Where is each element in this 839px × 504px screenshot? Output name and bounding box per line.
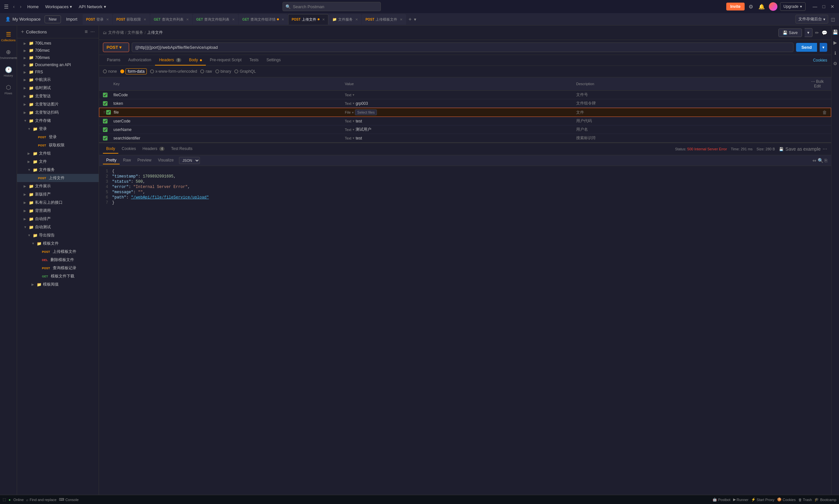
collection-fileshow[interactable]: ▶ 📁 文件展示 — [17, 182, 99, 190]
cookies-status-button[interactable]: 🍪 Cookies — [777, 498, 796, 502]
folder-templateval[interactable]: ▶ 📁 模板阅值 — [17, 280, 99, 289]
bootcamp-button[interactable]: 🎓 Bootcamp — [815, 498, 836, 502]
panel-more-button[interactable]: ··· — [90, 28, 95, 35]
save-dropdown-button[interactable]: ▾ — [805, 28, 812, 37]
sidebar-item-history[interactable]: 🕐 History — [1, 64, 16, 80]
folder-login[interactable]: ▼ 📁 登录 — [17, 125, 99, 133]
collection-private[interactable]: ▶ 📁 私有云上的接口 — [17, 198, 99, 206]
method-selector[interactable]: POST ▾ — [103, 42, 129, 52]
resp-tab-testresults[interactable]: Test Results — [168, 144, 196, 154]
forward-button[interactable]: › — [18, 3, 23, 11]
resp-tab-headers[interactable]: Headers 4 — [139, 144, 168, 154]
folder-exportreport[interactable]: ▼ 📁 导出报告 — [17, 231, 99, 239]
collection-documenting[interactable]: ▶ 📁 Documenting an API — [17, 61, 99, 69]
import-button[interactable]: Import — [62, 16, 81, 23]
tab-0[interactable]: POST 登录 ✕ — [83, 14, 112, 24]
breadcrumb-part-1[interactable]: 文件存储 — [108, 30, 124, 35]
trash-button[interactable]: 🗑 Trash — [798, 498, 812, 502]
save-button[interactable]: 💾 Save — [779, 29, 802, 37]
row3-checkbox[interactable] — [106, 110, 111, 114]
close-button[interactable]: ✕ — [828, 3, 836, 10]
tab-close-icon[interactable]: ✕ — [232, 18, 235, 21]
right-panel-info-icon[interactable]: ℹ — [833, 49, 837, 57]
file-backend-selector[interactable]: 文件存储后台 ▾ — [796, 15, 828, 23]
request-download-template[interactable]: GET 模板文件下载 — [17, 272, 99, 280]
runner-button[interactable]: ▶ Runner — [733, 498, 749, 502]
right-panel-send-icon[interactable]: ▶ — [832, 39, 838, 47]
row6-checkbox[interactable] — [103, 136, 107, 141]
response-more-button[interactable]: ⋯ — [823, 146, 827, 151]
back-button[interactable]: ‹ — [11, 3, 17, 11]
folder-fileservice[interactable]: ▼ 📁 文件服务 — [17, 166, 99, 174]
request-getperm[interactable]: POST 获取权限 — [17, 141, 99, 149]
tab-settings[interactable]: Settings — [263, 55, 284, 66]
console-button[interactable]: ⌨ Console — [59, 498, 78, 502]
right-panel-save-icon[interactable]: 💾 — [831, 28, 839, 36]
tab-5-active[interactable]: POST 上传文件 ✕ — [288, 14, 328, 24]
row1-checkbox[interactable] — [103, 93, 107, 97]
bulk-edit-button[interactable]: ⋯ Bulk Edit — [807, 79, 827, 88]
row4-checkbox[interactable] — [103, 119, 107, 124]
add-tab-button[interactable]: + — [406, 16, 413, 22]
save-example-button[interactable]: Save as example — [786, 146, 821, 151]
drag-handle[interactable]: ⠿ — [103, 111, 106, 114]
request-upload-active[interactable]: POST 上传文件 — [17, 174, 99, 182]
collection-zhonghang[interactable]: ▶ 📁 中航演示 — [17, 76, 99, 84]
sidebar-item-collections[interactable]: ☰ Collections — [1, 28, 16, 44]
delete-row-button[interactable]: 🗑 — [822, 110, 827, 115]
url-input[interactable] — [132, 42, 793, 52]
collection-706mws[interactable]: ▶ 📁 706mws — [17, 54, 99, 61]
edit-icon[interactable]: ✏ — [815, 30, 819, 35]
collection-autotest[interactable]: ▼ 📁 自动测试 — [17, 223, 99, 231]
add-collection-button[interactable]: + — [20, 28, 24, 35]
collection-706mwc[interactable]: ▶ 📁 706mwc — [17, 47, 99, 54]
home-tab[interactable]: Home — [24, 3, 41, 11]
cookies-button[interactable]: Cookies — [813, 58, 827, 62]
collection-frs[interactable]: ▶ 📁 FRS — [17, 69, 99, 76]
tab-6[interactable]: 📁 文件服务 ✕ — [329, 14, 362, 24]
radio-formdata[interactable]: form-data — [120, 69, 147, 74]
api-network-button[interactable]: API Network ▾ — [76, 3, 108, 11]
tab-7[interactable]: POST 上传模板文件 ✕ — [362, 14, 406, 24]
collection-beibzhida-pic[interactable]: ▶ 📁 北变智达图片 — [17, 100, 99, 108]
send-dropdown-button[interactable]: ▾ — [820, 43, 827, 52]
notification-icon[interactable]: 🔔 — [757, 2, 766, 11]
upgrade-button[interactable]: Upgrade ▾ — [780, 2, 806, 11]
code-search-button[interactable]: 🔍 — [818, 158, 823, 163]
tab-close-icon[interactable]: ✕ — [186, 18, 189, 21]
tab-close-icon[interactable]: ✕ — [322, 18, 325, 21]
request-login[interactable]: POST 登录 — [17, 133, 99, 141]
wrap-icon[interactable]: ⇔ — [812, 158, 816, 163]
collection-autoprod[interactable]: ▶ 📁 自动排产 — [17, 215, 99, 223]
tab-3[interactable]: GET 查询文件组列表 ✕ — [193, 14, 239, 24]
row2-checkbox[interactable] — [103, 101, 107, 106]
request-upload-template[interactable]: POST 上传模板文件 — [17, 248, 99, 256]
format-select[interactable]: JSON XML HTML Text — [179, 157, 200, 164]
breadcrumb-part-2[interactable]: 文件服务 — [127, 30, 143, 35]
collection-706lmes[interactable]: ▶ 📁 706Lmes — [17, 40, 99, 47]
fmt-tab-visualize[interactable]: Visualize — [155, 157, 177, 164]
collection-newversion[interactable]: ▶ 📁 新版排产 — [17, 190, 99, 198]
send-button[interactable]: Send — [796, 43, 817, 52]
folder-filegroup[interactable]: ▶ 📁 文件组 — [17, 149, 99, 158]
tab-2[interactable]: GET 查询文件列表 ✕ — [150, 14, 192, 24]
folder-file[interactable]: ▶ 📁 文件 — [17, 158, 99, 166]
radio-graphql[interactable]: GraphQL — [234, 69, 256, 74]
sidebar-item-flows[interactable]: ⬡ Flows — [1, 81, 16, 97]
resp-tab-body[interactable]: Body — [103, 144, 118, 154]
search-bar[interactable]: 🔍 Search Postman — [282, 2, 381, 11]
panel-options-button[interactable]: ≡ — [84, 28, 88, 35]
hamburger-button[interactable]: ☰ — [3, 2, 10, 11]
find-replace-button[interactable]: ⌕ Find and replace — [26, 498, 56, 502]
right-panel-settings-icon[interactable]: ⚙ — [832, 59, 839, 68]
request-query-template[interactable]: POST 查询模板记录 — [17, 264, 99, 272]
tab-authorization[interactable]: Authorization — [124, 55, 155, 66]
tab-params[interactable]: Params — [103, 55, 124, 66]
tab-close-icon[interactable]: ✕ — [281, 18, 284, 21]
fmt-tab-raw[interactable]: Raw — [120, 157, 134, 164]
radio-urlencoded[interactable]: x-www-form-urlencoded — [150, 69, 197, 74]
new-button[interactable]: New — [45, 15, 61, 23]
tab-prerequest[interactable]: Pre-request Script — [206, 55, 245, 66]
resp-tab-cookies[interactable]: Cookies — [118, 144, 139, 154]
collection-beibzhida[interactable]: ▶ 📁 北变智达 — [17, 92, 99, 100]
